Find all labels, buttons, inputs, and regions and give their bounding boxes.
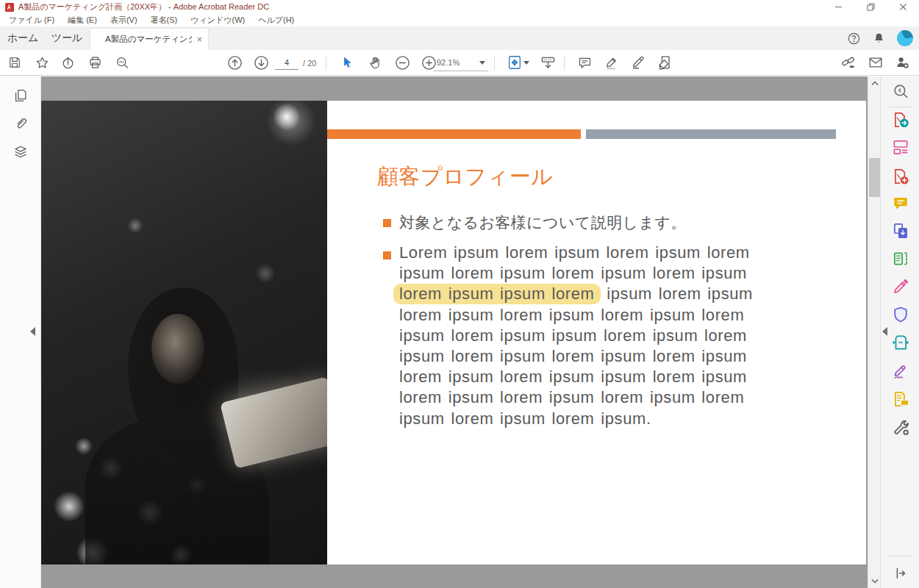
- reading-mode-icon: [540, 54, 557, 71]
- vertical-scrollbar[interactable]: [868, 76, 880, 588]
- body-text-line: lorem ipsum lorem ipsum ipsum lorem ipsu…: [399, 367, 811, 387]
- menu-sign[interactable]: 署名(S): [144, 15, 185, 26]
- add-tools-icon: [891, 417, 910, 437]
- close-button[interactable]: [887, 0, 919, 14]
- tab-close-button[interactable]: ×: [196, 34, 202, 45]
- scrollbar-thumb[interactable]: [869, 158, 880, 197]
- organize-pages-button[interactable]: [890, 248, 911, 269]
- compress-pdf-button[interactable]: [890, 332, 911, 353]
- toolbar-divider: [326, 55, 326, 71]
- print-button[interactable]: [84, 51, 106, 74]
- select-tool-button[interactable]: [336, 51, 358, 74]
- zoom-level-dropdown[interactable]: 92.1%: [434, 54, 488, 71]
- document-tab-label: A製品のマーケティング...: [105, 34, 192, 45]
- scroll-down-icon: [871, 578, 879, 584]
- window-title: A製品のマーケティング計画（20XX年） - Adobe Acrobat Rea…: [18, 1, 269, 12]
- page-thumbnails-icon: [12, 87, 29, 104]
- restore-icon: [867, 3, 875, 11]
- tab-home[interactable]: ホーム: [0, 26, 46, 50]
- reading-mode-button[interactable]: [537, 51, 559, 74]
- chevron-down-icon: [479, 61, 485, 65]
- body-text-line: lorem ipsum lorem ipsum lorem ipsum lore…: [399, 387, 811, 408]
- photo-face: [151, 314, 204, 384]
- highlight-annotation[interactable]: lorem ipsum ipsum lorem: [393, 284, 601, 304]
- highlight-button[interactable]: [601, 51, 623, 74]
- search-button[interactable]: [111, 51, 133, 74]
- fit-options-caret-icon[interactable]: [523, 61, 529, 65]
- search-tool-button[interactable]: [890, 81, 911, 101]
- menu-view[interactable]: 表示(V): [104, 15, 144, 26]
- body-text-line: ipsum lorem ipsum lorem ipsum.: [399, 409, 811, 429]
- help-icon[interactable]: [847, 32, 861, 46]
- expand-panel-button[interactable]: [890, 563, 911, 584]
- fill-sign-icon: [891, 277, 910, 296]
- email-button[interactable]: [865, 51, 887, 74]
- slide-body-text: Lorem ipsum lorem ipsum lorem ipsum lore…: [399, 243, 811, 429]
- layers-icon: [12, 144, 29, 160]
- save-button[interactable]: [4, 51, 26, 74]
- fit-page-icon: [507, 54, 523, 71]
- panel-divider: [888, 107, 912, 107]
- protect-button[interactable]: [890, 304, 911, 325]
- body-text-line: ipsum lorem ipsum lorem ipsum lorem ipsu…: [399, 346, 811, 367]
- attachments-button[interactable]: [10, 113, 31, 134]
- create-pdf-button[interactable]: [890, 166, 911, 187]
- bell-icon[interactable]: [872, 32, 886, 46]
- fit-page-button[interactable]: [504, 51, 526, 74]
- add-people-icon: [894, 54, 910, 71]
- layers-button[interactable]: [10, 142, 31, 162]
- scroll-down-button[interactable]: [868, 576, 881, 587]
- star-button[interactable]: [31, 51, 53, 74]
- menu-edit[interactable]: 編集 (E): [61, 15, 104, 26]
- certificates-button[interactable]: [890, 361, 911, 381]
- collapse-right-pane-icon[interactable]: [882, 327, 887, 336]
- comment-icon: [577, 55, 593, 71]
- bullet-marker: [383, 251, 391, 259]
- body-text-line: lorem ipsum ipsum lorem ipsum lorem ipsu…: [399, 284, 811, 304]
- page-thumbnails-button[interactable]: [10, 85, 31, 106]
- link-share-icon: [840, 54, 857, 71]
- add-people-button[interactable]: [891, 51, 913, 74]
- fill-sign-button[interactable]: [890, 276, 911, 297]
- collapse-left-pane-icon[interactable]: [30, 327, 35, 336]
- minimize-button[interactable]: [822, 0, 854, 14]
- toolbar-divider: [494, 55, 495, 71]
- tab-document[interactable]: A製品のマーケティング... ×: [90, 28, 209, 50]
- comment-tool-button[interactable]: [890, 193, 911, 214]
- avatar[interactable]: [897, 30, 913, 46]
- share-upload-button[interactable]: [57, 51, 79, 74]
- previous-page-button[interactable]: [224, 51, 246, 74]
- stamp-tools-button[interactable]: [654, 51, 676, 74]
- right-tools-panel: [880, 76, 919, 588]
- request-signatures-button[interactable]: [890, 389, 911, 409]
- edit-pdf-icon: [891, 137, 910, 157]
- star-icon: [35, 55, 50, 71]
- hand-tool-button[interactable]: [364, 51, 386, 74]
- comment-button[interactable]: [573, 51, 596, 74]
- next-page-button[interactable]: [250, 51, 272, 74]
- edit-pdf-button[interactable]: [890, 137, 911, 157]
- request-signatures-icon: [891, 390, 910, 409]
- print-icon: [87, 55, 103, 71]
- menu-window[interactable]: ウィンドウ(W): [184, 15, 251, 26]
- comment-tool-icon: [891, 194, 910, 213]
- expand-panel-icon: [893, 565, 909, 581]
- menu-file[interactable]: ファイル (F): [2, 15, 61, 26]
- menu-help[interactable]: ヘルプ(H): [251, 15, 301, 26]
- restore-button[interactable]: [854, 0, 887, 14]
- zoom-out-button[interactable]: [391, 51, 413, 74]
- export-pdf-button[interactable]: [890, 110, 911, 130]
- scroll-up-button[interactable]: [868, 78, 881, 89]
- link-share-button[interactable]: [837, 51, 859, 74]
- add-tools-button[interactable]: [890, 417, 911, 437]
- sign-button[interactable]: [627, 51, 649, 74]
- combine-files-icon: [891, 221, 910, 240]
- tab-tools[interactable]: ツール: [46, 26, 88, 50]
- slide-title: 顧客プロフィール: [377, 162, 553, 192]
- search-tool-icon: [892, 82, 910, 101]
- page-number-input[interactable]: [275, 56, 298, 70]
- combine-files-button[interactable]: [890, 220, 911, 241]
- body-text-line: ipsum lorem ipsum ipsum lorem ipsum lore…: [399, 326, 811, 346]
- slide-photo: [41, 101, 327, 564]
- certificates-icon: [891, 362, 910, 381]
